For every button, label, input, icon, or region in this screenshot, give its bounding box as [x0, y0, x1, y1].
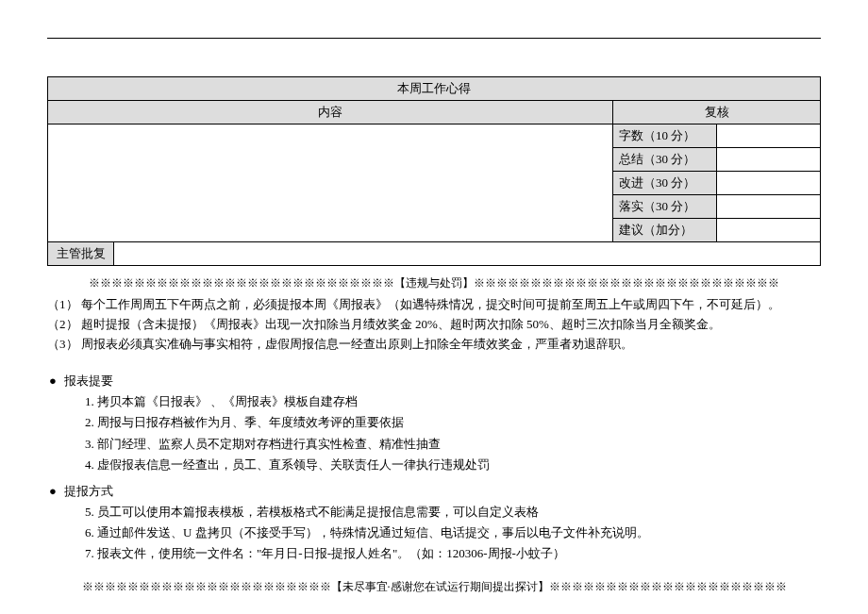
- score-value: [717, 219, 821, 242]
- manager-reply-label: 主管批复: [48, 242, 114, 266]
- list-item: 1. 拷贝本篇《日报表》 、《周报表》模板自建存档: [85, 391, 821, 412]
- content-header: 内容: [48, 101, 613, 124]
- score-label: 落实（30 分）: [613, 195, 717, 219]
- violations-divider: ※※※※※※※※※※※※※※※※※※※※※※※※※※※【违规与处罚】※※※※※※…: [47, 275, 821, 291]
- score-value: [717, 148, 821, 172]
- violation-item: （3） 周报表必须真实准确与事实相符，虚假周报信息一经查出原则上扣除全年绩效奖金…: [47, 335, 821, 355]
- score-value: [717, 124, 821, 148]
- submission-method-section: ● 提报方式 5. 员工可以使用本篇报表模板，若模板格式不能满足提报信息需要，可…: [47, 483, 821, 564]
- violation-item: （2） 超时提报（含未提报）《周报表》出现一次扣除当月绩效奖金 20%、超时两次…: [47, 315, 821, 335]
- review-header: 复核: [613, 101, 821, 124]
- score-label: 改进（30 分）: [613, 172, 717, 195]
- list-item: 7. 报表文件，使用统一文件名："年月日-日报-提报人姓名"。（如：120306…: [85, 543, 821, 564]
- list-item: 4. 虚假报表信息一经查出，员工、直系领导、关联责任人一律执行违规处罚: [85, 455, 821, 475]
- list-item: 2. 周报与日报存档被作为月、季、年度绩效考评的重要依据: [85, 412, 821, 433]
- list-item: 5. 员工可以使用本篇报表模板，若模板格式不能满足提报信息需要，可以自定义表格: [85, 502, 821, 523]
- weekly-report-table: 本周工作心得 内容 复核 字数（10 分） 总结（30 分） 改进（30 分） …: [47, 76, 821, 266]
- content-cell: [48, 124, 613, 242]
- manager-reply-cell: [114, 242, 821, 266]
- section-header: ● 提报方式: [47, 483, 821, 500]
- numbered-list: 1. 拷贝本篇《日报表》 、《周报表》模板自建存档 2. 周报与日报存档被作为月…: [47, 391, 821, 474]
- list-item: 6. 通过邮件发送、U 盘拷贝（不接受手写），特殊情况通过短信、电话提交，事后以…: [85, 523, 821, 543]
- score-label: 字数（10 分）: [613, 124, 717, 148]
- list-item: 3. 部门经理、监察人员不定期对存档进行真实性检查、精准性抽查: [85, 434, 821, 455]
- violations-list: （1） 每个工作周周五下午两点之前，必须提报本周《周报表》（如遇特殊情况，提交时…: [47, 295, 821, 354]
- numbered-list: 5. 员工可以使用本篇报表模板，若模板格式不能满足提报信息需要，可以自定义表格 …: [47, 502, 821, 564]
- top-rule: [47, 38, 821, 39]
- bullet-icon: ●: [47, 484, 64, 499]
- section-header: ● 报表提要: [47, 373, 821, 390]
- section-title: 报表提要: [64, 373, 113, 390]
- score-value: [717, 172, 821, 195]
- score-label: 建议（加分）: [613, 219, 717, 242]
- score-value: [717, 195, 821, 219]
- violation-item: （1） 每个工作周周五下午两点之前，必须提报本周《周报表》（如遇特殊情况，提交时…: [47, 295, 821, 315]
- document-page: 本周工作心得 内容 复核 字数（10 分） 总结（30 分） 改进（30 分） …: [0, 0, 868, 614]
- score-label: 总结（30 分）: [613, 148, 717, 172]
- closing-divider: ※※※※※※※※※※※※※※※※※※※※※※【未尽事宜·感谢您在试运行期间提出探…: [47, 579, 821, 595]
- table-title: 本周工作心得: [48, 77, 821, 101]
- section-title: 提报方式: [64, 483, 113, 500]
- report-summary-section: ● 报表提要 1. 拷贝本篇《日报表》 、《周报表》模板自建存档 2. 周报与日…: [47, 373, 821, 474]
- bullet-icon: ●: [47, 373, 64, 389]
